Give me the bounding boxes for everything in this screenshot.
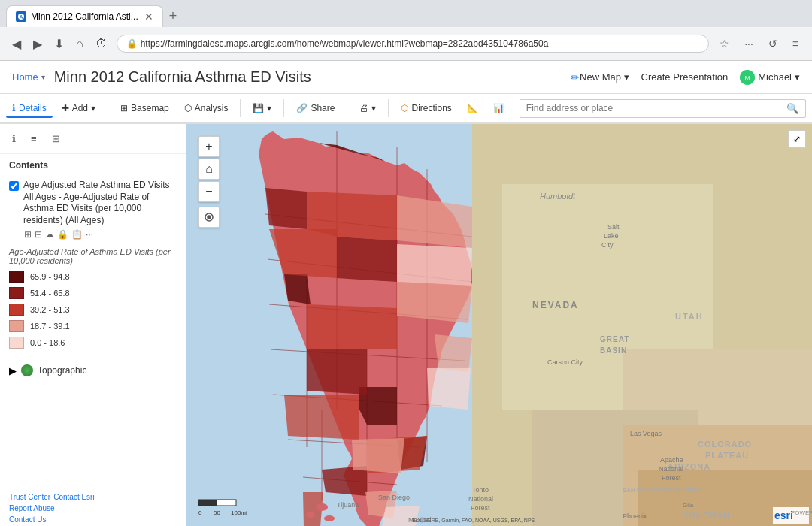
footer-links: Trust Center Contact Esri Report Abuse C… (0, 490, 186, 526)
save-button[interactable]: 💾 ▾ (247, 100, 277, 116)
layer-checkbox[interactable] (9, 181, 19, 191)
map-expand-button[interactable]: ⤢ (788, 130, 806, 148)
add-icon: ✚ (62, 103, 69, 113)
svg-text:San Diego: San Diego (378, 494, 410, 501)
forward-button[interactable]: ▶ (30, 34, 45, 54)
svg-text:100mi: 100mi (231, 509, 247, 516)
refresh-button[interactable]: ↺ (764, 35, 782, 53)
map-svg: Humboldt Salt Lake City NEVADA GREAT BAS… (186, 124, 812, 526)
new-map-button[interactable]: New Map ▾ (580, 71, 629, 83)
bookmark-button[interactable]: ☆ (715, 35, 734, 53)
svg-text:NEVADA: NEVADA (532, 300, 579, 310)
tab-favicon: A (16, 11, 26, 22)
sidebar-tab-layers[interactable]: ⊞ (46, 130, 66, 147)
layer-tool-cloud-icon[interactable]: ☁ (45, 229, 54, 240)
legend-swatch-2 (9, 287, 24, 299)
sidebar-tab-list[interactable]: ≡ (25, 130, 43, 147)
legend-label-1: 65.9 - 94.8 (30, 272, 70, 281)
tab-close-button[interactable]: ✕ (144, 11, 153, 23)
topographic-expand-icon[interactable]: ▶ (9, 365, 17, 376)
edit-title-icon[interactable]: ✏ (571, 71, 580, 83)
legend-title: Age-Adjusted Rate of Asthma ED Visits (p… (0, 244, 186, 268)
user-menu-button[interactable]: M Michael ▾ (740, 70, 800, 85)
layer-item: Age Adjusted Rate Asthma ED Visits All A… (0, 177, 186, 244)
layer-tool-filter-icon[interactable]: ⊟ (35, 229, 42, 240)
search-button[interactable]: 🔍 (780, 100, 805, 117)
search-input[interactable] (520, 100, 780, 116)
svg-text:POWERED BY: POWERED BY (791, 509, 812, 516)
layer-tools: ⊞ ⊟ ☁ 🔒 📋 ··· (9, 226, 177, 241)
legend-swatch-1 (9, 271, 24, 283)
directions-button[interactable]: ⬡ Directions (395, 100, 457, 116)
topographic-layer-icon (21, 364, 33, 376)
zoom-in-button[interactable]: + (198, 136, 220, 157)
svg-text:0: 0 (198, 509, 202, 516)
basemap-icon: ⊞ (120, 103, 128, 113)
separator-4 (347, 99, 347, 117)
home-button[interactable]: ⌂ (73, 34, 86, 53)
sidebar: ℹ ≡ ⊞ Contents Age Adjusted Rate Asthma … (0, 124, 186, 526)
svg-text:Esri, HERE, Garmin, FAO, NOAA,: Esri, HERE, Garmin, FAO, NOAA, USGS, EPA… (412, 518, 535, 523)
directions-icon: ⬡ (401, 103, 408, 113)
active-tab[interactable]: A Minn 2012 California Asti... ✕ (6, 5, 163, 27)
home-link[interactable]: Home (12, 71, 38, 83)
url-bar[interactable]: 🔒 https://farmingdalesc.maps.arcgis.com/… (117, 35, 709, 53)
home-map-button[interactable]: ⌂ (198, 159, 220, 180)
user-avatar: M (740, 70, 755, 85)
zoom-out-button[interactable]: − (198, 181, 220, 202)
svg-text:A: A (20, 14, 23, 20)
legend-item-5: 0.0 - 18.6 (9, 334, 177, 351)
map-area[interactable]: Humboldt Salt Lake City NEVADA GREAT BAS… (186, 124, 812, 526)
analysis-button[interactable]: ⬡ Analysis (178, 100, 235, 116)
create-presentation-button[interactable]: Create Presentation (641, 71, 729, 83)
legend-label-4: 18.7 - 39.1 (30, 322, 70, 331)
share-icon: 🔗 (296, 103, 308, 113)
measure-button[interactable]: 📐 (461, 100, 484, 116)
layer-tool-copy-icon[interactable]: 📋 (71, 229, 83, 240)
svg-text:50: 50 (214, 509, 220, 516)
layer-tool-more-icon[interactable]: ··· (86, 229, 93, 240)
topographic-label: Topographic (38, 365, 86, 376)
svg-text:Tijuana: Tijuana (337, 501, 359, 509)
refresh-location-button[interactable] (198, 207, 220, 228)
basemap-button[interactable]: ⊞ Basemap (114, 100, 175, 116)
legend-swatch-3 (9, 304, 24, 316)
chart-button[interactable]: 📊 (487, 100, 511, 116)
contact-esri-link[interactable]: Contact Esri (53, 493, 94, 501)
header-actions: New Map ▾ Create Presentation M Michael … (580, 70, 800, 85)
separator-5 (388, 99, 389, 117)
share-button[interactable]: 🔗 Share (290, 100, 341, 116)
history-button[interactable]: ⏱ (92, 34, 111, 53)
search-bar[interactable]: 🔍 (520, 99, 806, 118)
separator-3 (283, 99, 284, 117)
legend-item-3: 39.2 - 51.3 (9, 301, 177, 318)
toolbar: ℹ Details ✚ Add ▾ ⊞ Basemap ⬡ Analysis 💾… (0, 94, 812, 124)
details-button[interactable]: ℹ Details (6, 100, 53, 118)
print-button[interactable]: 🖨 ▾ (353, 100, 382, 116)
svg-text:COLORADO: COLORADO (698, 440, 752, 449)
layer-tool-table-icon[interactable]: ⊞ (24, 229, 32, 240)
layer-tool-lock-icon[interactable]: 🔒 (57, 229, 68, 240)
svg-marker-31 (307, 349, 367, 394)
more-options-button[interactable]: ··· (740, 35, 758, 53)
legend-item-1: 65.9 - 94.8 (9, 268, 177, 285)
contact-us-link[interactable]: Contact Us (9, 515, 46, 524)
svg-point-75 (324, 515, 335, 521)
svg-marker-41 (435, 334, 472, 372)
trust-center-link[interactable]: Trust Center (9, 493, 50, 501)
main-content: ℹ ≡ ⊞ Contents Age Adjusted Rate Asthma … (0, 124, 812, 526)
add-button[interactable]: ✚ Add ▾ (56, 100, 102, 116)
legend-swatch-4 (9, 320, 24, 332)
svg-text:National: National (659, 465, 683, 473)
map-controls: + ⌂ − (198, 136, 220, 228)
new-tab-button[interactable]: + (166, 5, 180, 27)
back-button[interactable]: ◀ (9, 34, 24, 54)
download-button[interactable]: ⬇ (51, 34, 67, 54)
sidebar-tab-info[interactable]: ℹ (6, 130, 22, 147)
hamburger-menu-button[interactable]: ≡ (788, 35, 803, 53)
legend-label-2: 51.4 - 65.8 (30, 289, 70, 298)
svg-text:SONORAN: SONORAN (683, 511, 730, 520)
report-abuse-link[interactable]: Report Abuse (9, 504, 177, 512)
chart-icon: 📊 (493, 103, 504, 113)
legend-item-2: 51.4 - 65.8 (9, 285, 177, 301)
